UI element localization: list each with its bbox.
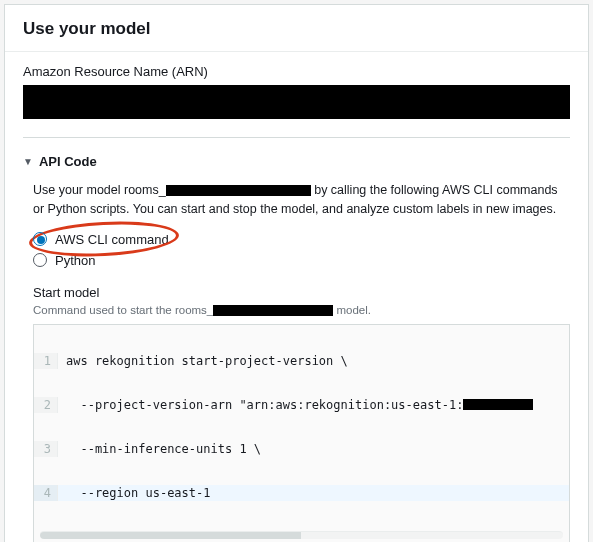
arn-value-redacted[interactable] <box>23 85 570 119</box>
arn-section: Amazon Resource Name (ARN) <box>5 52 588 137</box>
radio-icon <box>33 232 47 246</box>
start-model-code[interactable]: 1aws rekognition start-project-version \… <box>33 324 570 542</box>
caret-down-icon: ▼ <box>23 156 33 167</box>
redacted-inline <box>166 185 311 196</box>
redacted-inline <box>213 305 333 316</box>
radio-aws-cli-label: AWS CLI command <box>55 232 169 247</box>
api-code-header[interactable]: ▼ API Code <box>5 146 588 179</box>
start-model-subtitle: Command used to start the rooms_ model. <box>33 302 570 318</box>
panel-title: Use your model <box>5 5 588 52</box>
code-type-radio-group: AWS CLI command Python <box>5 229 588 281</box>
api-intro-text: Use your model rooms_ by calling the fol… <box>5 179 588 229</box>
start-model-title: Start model <box>33 285 570 300</box>
arn-label: Amazon Resource Name (ARN) <box>23 64 570 79</box>
radio-python[interactable]: Python <box>33 250 570 271</box>
horizontal-scrollbar[interactable] <box>40 531 563 539</box>
radio-aws-cli[interactable]: AWS CLI command <box>33 229 570 250</box>
redacted-inline <box>463 399 533 410</box>
api-code-title: API Code <box>39 154 97 169</box>
radio-python-label: Python <box>55 253 95 268</box>
divider <box>23 137 570 138</box>
radio-icon <box>33 253 47 267</box>
start-model-block: Start model Command used to start the ro… <box>33 285 570 543</box>
use-model-panel: Use your model Amazon Resource Name (ARN… <box>4 4 589 542</box>
